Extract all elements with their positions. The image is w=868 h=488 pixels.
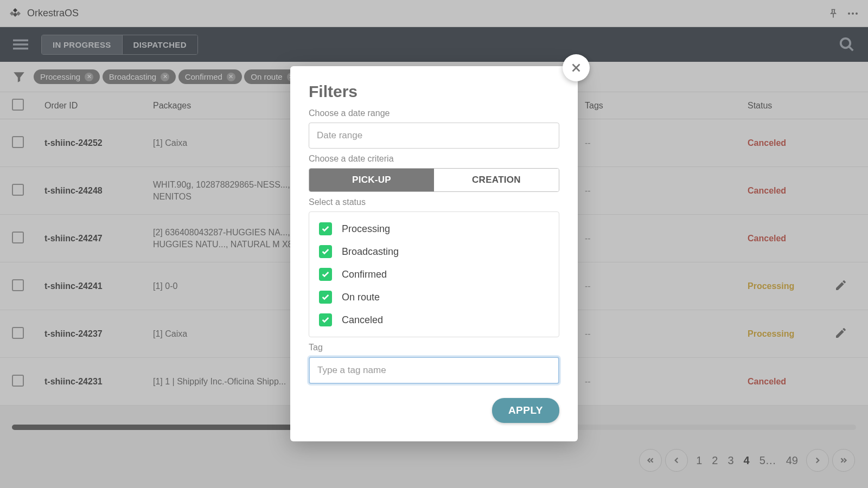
status-option-label: Canceled <box>342 314 383 326</box>
criteria-creation-button[interactable]: CREATION <box>434 169 559 191</box>
status-checkbox[interactable] <box>319 268 332 281</box>
tag-input[interactable] <box>309 357 559 384</box>
status-checkbox[interactable] <box>319 245 332 258</box>
criteria-pickup-button[interactable]: PICK-UP <box>309 169 434 191</box>
status-checkbox[interactable] <box>319 291 332 304</box>
status-option-label: Confirmed <box>342 269 387 280</box>
status-option[interactable]: On route <box>319 286 549 309</box>
status-option[interactable]: Processing <box>319 217 549 240</box>
modal-overlay[interactable]: Filters Choose a date range Choose a dat… <box>0 0 868 488</box>
date-criteria-toggle: PICK-UP CREATION <box>309 168 559 192</box>
close-button[interactable] <box>563 54 590 81</box>
status-checkbox[interactable] <box>319 313 332 326</box>
apply-button[interactable]: APPLY <box>492 398 559 423</box>
close-icon <box>570 62 582 74</box>
status-option-label: Broadcasting <box>342 246 399 258</box>
status-option-label: Processing <box>342 223 390 235</box>
status-option[interactable]: Confirmed <box>319 263 549 286</box>
status-list: ProcessingBroadcastingConfirmedOn routeC… <box>309 211 559 337</box>
filters-modal: Filters Choose a date range Choose a dat… <box>290 66 578 441</box>
status-option[interactable]: Broadcasting <box>319 240 549 263</box>
status-label: Select a status <box>309 197 559 207</box>
date-range-input[interactable] <box>309 123 559 149</box>
date-criteria-label: Choose a date criteria <box>309 154 559 164</box>
status-option[interactable]: Canceled <box>319 309 549 331</box>
tag-label: Tag <box>309 343 559 352</box>
modal-title: Filters <box>309 82 559 101</box>
date-range-label: Choose a date range <box>309 108 559 118</box>
status-checkbox[interactable] <box>319 222 332 235</box>
status-option-label: On route <box>342 292 380 303</box>
